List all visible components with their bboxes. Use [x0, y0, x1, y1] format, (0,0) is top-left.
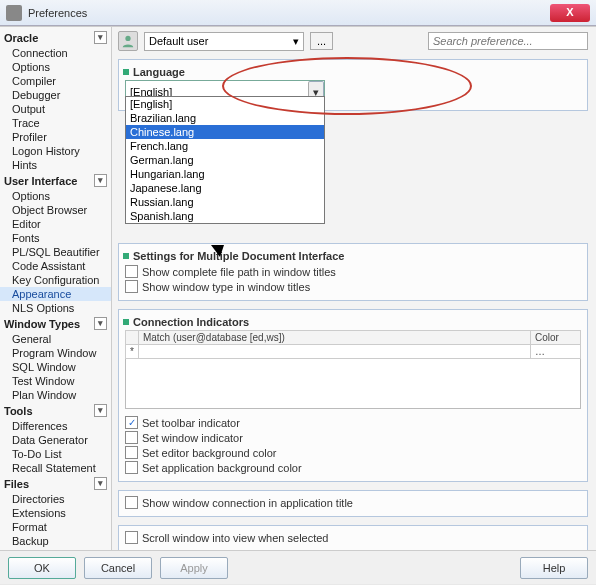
- conn-option: ✓Set toolbar indicator: [125, 415, 581, 430]
- sidebar-cat-label: Tools: [4, 405, 33, 417]
- mdi-title: Settings for Multiple Document Interface: [123, 250, 581, 262]
- checkbox[interactable]: [125, 265, 138, 278]
- lang-option[interactable]: French.lang: [126, 139, 324, 153]
- checkbox[interactable]: [125, 461, 138, 474]
- sidebar-item-recall-statement[interactable]: Recall Statement: [0, 461, 111, 475]
- sidebar-item-code-assistant[interactable]: Code Assistant: [0, 259, 111, 273]
- checkbox-label: Set editor background color: [142, 447, 277, 459]
- lang-option[interactable]: Russian.lang: [126, 195, 324, 209]
- more-button[interactable]: ...: [310, 32, 333, 50]
- sidebar-item-general[interactable]: General: [0, 332, 111, 346]
- checkbox-label: Set toolbar indicator: [142, 417, 240, 429]
- sidebar-item-compiler[interactable]: Compiler: [0, 74, 111, 88]
- match-cell[interactable]: [138, 345, 530, 359]
- checkbox-label: Show complete file path in window titles: [142, 266, 336, 278]
- sidebar-item-key-configuration[interactable]: Key Configuration: [0, 273, 111, 287]
- color-cell[interactable]: …: [531, 345, 581, 359]
- sidebar-item-to-do-list[interactable]: To-Do List: [0, 447, 111, 461]
- lang-option[interactable]: Spanish.lang: [126, 209, 324, 223]
- toolbar: Default user ▾ ...: [118, 31, 588, 51]
- sidebar-item-pl-sql-beautifier[interactable]: PL/SQL Beautifier: [0, 245, 111, 259]
- checkbox-label: Set application background color: [142, 462, 302, 474]
- search-input[interactable]: [428, 32, 588, 50]
- titlebar: Preferences X: [0, 0, 596, 26]
- row-star[interactable]: *: [126, 345, 139, 359]
- lang-option[interactable]: Hungarian.lang: [126, 167, 324, 181]
- close-button[interactable]: X: [550, 4, 590, 22]
- lang-option[interactable]: [English]: [126, 97, 324, 111]
- lang-option[interactable]: Brazilian.lang: [126, 111, 324, 125]
- lang-option[interactable]: Chinese.lang: [126, 125, 324, 139]
- sidebar-item-directories[interactable]: Directories: [0, 492, 111, 506]
- sidebar-item-test-window[interactable]: Test Window: [0, 374, 111, 388]
- misc-group: Scroll window into view when selected: [118, 525, 588, 550]
- mdi-option: Show window type in window titles: [125, 279, 581, 294]
- ok-button[interactable]: OK: [8, 557, 76, 579]
- checkbox[interactable]: [125, 446, 138, 459]
- checkbox[interactable]: [125, 531, 138, 544]
- sidebar-item-differences[interactable]: Differences: [0, 419, 111, 433]
- language-group: Language [English] ▾ [English]Brazilian.…: [118, 59, 588, 111]
- apply-button[interactable]: Apply: [160, 557, 228, 579]
- checkbox[interactable]: [125, 431, 138, 444]
- sidebar-item-editor[interactable]: Editor: [0, 217, 111, 231]
- checkbox[interactable]: ✓: [125, 416, 138, 429]
- sidebar-item-output[interactable]: Output: [0, 102, 111, 116]
- footer: OK Cancel Apply Help: [0, 550, 596, 584]
- checkbox-label: Scroll window into view when selected: [142, 532, 328, 544]
- sidebar-item-hints[interactable]: Hints: [0, 158, 111, 172]
- misc-option: Show window connection in application ti…: [125, 495, 581, 510]
- language-title: Language: [123, 66, 581, 78]
- expand-icon[interactable]: ▾: [94, 477, 107, 490]
- sidebar-item-data-generator[interactable]: Data Generator: [0, 433, 111, 447]
- main-panel: Default user ▾ ... Language [English] ▾ …: [112, 27, 596, 550]
- sidebar-item-options[interactable]: Options: [0, 189, 111, 203]
- user-select-value: Default user: [149, 35, 208, 47]
- checkbox-label: Set window indicator: [142, 432, 243, 444]
- sidebar-item-program-window[interactable]: Program Window: [0, 346, 111, 360]
- mdi-group: Settings for Multiple Document Interface…: [118, 243, 588, 301]
- expand-icon[interactable]: ▾: [94, 31, 107, 44]
- sidebar-cat[interactable]: Tools▾: [0, 402, 111, 419]
- sidebar-item-html-xml[interactable]: HTML/XML: [0, 548, 111, 550]
- sidebar-cat[interactable]: Window Types▾: [0, 315, 111, 332]
- sidebar: Oracle▾ConnectionOptionsCompilerDebugger…: [0, 27, 112, 550]
- sidebar-item-connection[interactable]: Connection: [0, 46, 111, 60]
- checkbox[interactable]: [125, 280, 138, 293]
- conn-group: Connection Indicators Match (user@databa…: [118, 309, 588, 482]
- sidebar-cat-label: User Interface: [4, 175, 77, 187]
- checkbox[interactable]: [125, 496, 138, 509]
- sidebar-item-nls-options[interactable]: NLS Options: [0, 301, 111, 315]
- language-dropdown[interactable]: [English]Brazilian.langChinese.langFrenc…: [125, 96, 325, 224]
- sidebar-item-fonts[interactable]: Fonts: [0, 231, 111, 245]
- misc-option: Scroll window into view when selected: [125, 530, 581, 545]
- sidebar-item-backup[interactable]: Backup: [0, 534, 111, 548]
- sidebar-item-debugger[interactable]: Debugger: [0, 88, 111, 102]
- sidebar-cat[interactable]: User Interface▾: [0, 172, 111, 189]
- sidebar-item-options[interactable]: Options: [0, 60, 111, 74]
- help-button[interactable]: Help: [520, 557, 588, 579]
- expand-icon[interactable]: ▾: [94, 317, 107, 330]
- sidebar-item-logon-history[interactable]: Logon History: [0, 144, 111, 158]
- sidebar-item-sql-window[interactable]: SQL Window: [0, 360, 111, 374]
- expand-icon[interactable]: ▾: [94, 174, 107, 187]
- sidebar-item-profiler[interactable]: Profiler: [0, 130, 111, 144]
- sidebar-item-plan-window[interactable]: Plan Window: [0, 388, 111, 402]
- user-icon: [118, 31, 138, 51]
- sidebar-cat-label: Files: [4, 478, 29, 490]
- lang-option[interactable]: Japanese.lang: [126, 181, 324, 195]
- conn-option: Set application background color: [125, 460, 581, 475]
- expand-icon[interactable]: ▾: [94, 404, 107, 417]
- conn-table: Match (user@database [ed,ws])Color *…: [125, 330, 581, 359]
- sidebar-item-extensions[interactable]: Extensions: [0, 506, 111, 520]
- sidebar-item-trace[interactable]: Trace: [0, 116, 111, 130]
- sidebar-item-format[interactable]: Format: [0, 520, 111, 534]
- sidebar-cat[interactable]: Files▾: [0, 475, 111, 492]
- sidebar-item-appearance[interactable]: Appearance: [0, 287, 111, 301]
- user-select[interactable]: Default user ▾: [144, 32, 304, 51]
- sidebar-cat[interactable]: Oracle▾: [0, 29, 111, 46]
- lang-option[interactable]: German.lang: [126, 153, 324, 167]
- app-icon: [6, 5, 22, 21]
- sidebar-item-object-browser[interactable]: Object Browser: [0, 203, 111, 217]
- cancel-button[interactable]: Cancel: [84, 557, 152, 579]
